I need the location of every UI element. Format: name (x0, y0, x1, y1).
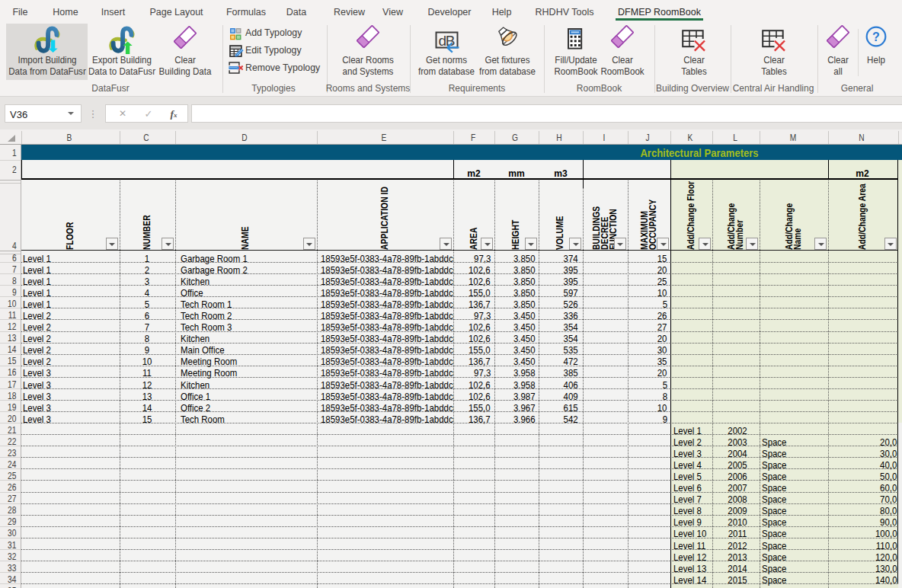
svg-text:?: ? (872, 30, 880, 43)
svg-text:dB: dB (439, 33, 456, 49)
